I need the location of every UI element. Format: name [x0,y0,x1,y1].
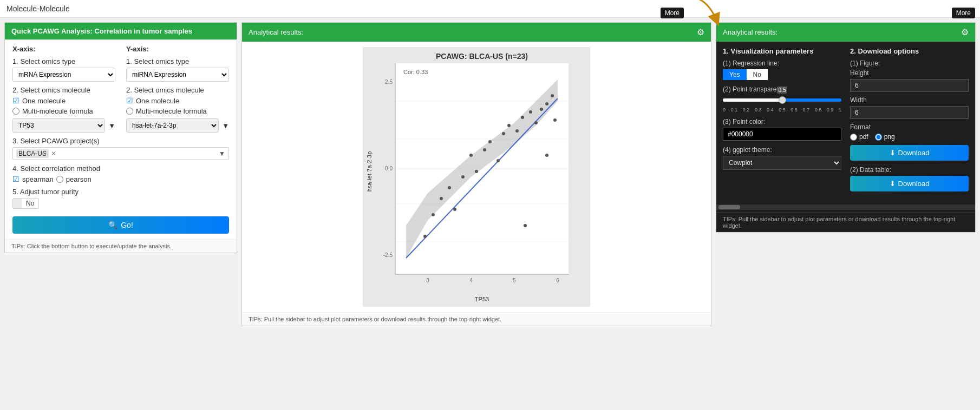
svg-point-35 [529,110,532,114]
middle-header-title: Analytical results: [249,28,303,36]
pdf-option[interactable]: pdf [850,133,868,141]
regression-no-btn[interactable]: No [747,69,768,80]
middle-settings-btn[interactable]: ⚙ [697,27,704,37]
y-step2-label: 2. Select omics molecule [126,86,229,94]
width-input[interactable] [850,106,969,119]
y-step1-label: 1. Select omics type [126,57,229,65]
point-transparent-slider[interactable]: 0.5 00.10.20.30.40.50.60.70.80.91 [723,95,841,113]
project-input[interactable] [57,150,219,157]
y-molecule-select[interactable]: hsa-let-7a-2-3p [126,118,219,133]
format-row: pdf png [850,133,969,141]
y-multi-molecule-item[interactable]: Multi-molecule formula [126,107,229,115]
y-axis-col: Y-axis: 1. Select omics type miRNA Expre… [126,45,229,133]
right-panel-header: Analytical results: ⚙ [716,23,975,42]
x-axis-col: X-axis: 1. Select omics type mRNA Expres… [12,45,115,133]
right-panel: More Analytical results: ⚙ 1. Visualizat… [716,22,976,233]
svg-text:Cor: 0.33: Cor: 0.33 [403,69,428,75]
slider-track[interactable]: 0.5 [723,95,841,105]
pearson-label: pearson [66,175,92,183]
plot-area: PCAWG: BLCA-US (n=23) Cor: 0.33 hsa-let-… [242,42,711,312]
x-one-molecule-check: ☑ [12,96,19,105]
scrollbar-area[interactable] [716,204,975,210]
x-molecule-select[interactable]: TP53 [12,118,105,133]
svg-point-32 [507,124,511,127]
download-table-icon: ⬇ [890,180,896,188]
right-panel-footer: TIPs: Pull the sidebar to adjust plot pa… [716,212,975,232]
main-layout: Quick PCAWG Analysis: Correlation in tum… [0,18,980,330]
x-multi-molecule-item[interactable]: Multi-molecule formula [12,107,115,115]
y-one-molecule-item[interactable]: ☑ One molecule [126,96,229,105]
y-molecule-row: hsa-let-7a-2-3p ▼ [126,118,229,133]
svg-point-22 [440,197,443,200]
y-omics-select[interactable]: miRNA Expression mRNA Expression Protein… [126,68,229,82]
app-title: Molecule-Molecule [0,0,980,18]
svg-text:0.0: 0.0 [385,166,393,171]
right-panel-body: 1. Visualization parameters (1) Regressi… [716,42,975,202]
svg-point-26 [469,154,473,157]
svg-text:PCAWG: BLCA-US (n=23): PCAWG: BLCA-US (n=23) [436,52,528,61]
pdf-radio[interactable] [850,134,857,141]
purity-switch[interactable]: No [12,198,39,209]
regression-yes-btn[interactable]: Yes [723,69,747,80]
step3-label: 3. Select PCAWG project(s) [12,137,229,145]
x-axis-label: X-axis: [12,45,115,53]
purity-no-label[interactable]: No [22,199,38,208]
purity-off-left[interactable] [13,199,22,208]
svg-point-42 [545,154,548,157]
project-dropdown-btn[interactable]: ▼ [219,150,225,157]
svg-point-34 [521,116,524,119]
png-option[interactable]: png [875,133,895,141]
ggplot-theme-label: (4) ggplot theme: [723,146,841,154]
right-header-title: Analytical results: [723,28,778,36]
pearson-radio[interactable] [56,176,63,183]
step4-label: 4. Select correlation method [12,164,229,173]
dl-section-title: 2. Download options [850,47,969,55]
go-button[interactable]: 🔍 Go! [12,216,229,234]
download-figure-btn[interactable]: ⬇ Download [850,145,969,161]
x-multi-molecule-radio[interactable] [12,108,19,115]
svg-text:2.5: 2.5 [385,79,393,85]
spearman-item[interactable]: ☑ spearman pearson [12,175,229,183]
correlation-method-group: ☑ spearman pearson [12,175,229,183]
ggplot-theme-select[interactable]: Cowplot Classic Gray Dark Minimal [723,156,841,170]
x-molecule-arrow: ▼ [108,122,115,130]
middle-panel: More Analytical results: ⚙ PCAWG: BLCA-U… [241,22,711,326]
project-remove-btn[interactable]: ✕ [51,150,56,157]
project-tag: BLCA-US [16,149,49,158]
arrow-indicator [673,0,727,28]
point-color-label: (3) Point color: [723,118,841,125]
x-one-molecule-item[interactable]: ☑ One molecule [12,96,115,105]
y-one-molecule-check: ☑ [126,96,133,105]
tumor-purity-toggle: No [12,198,229,209]
x-molecule-type-group: ☑ One molecule Multi-molecule formula [12,96,115,115]
svg-point-20 [423,235,427,238]
x-omics-select[interactable]: mRNA Expression miRNA Expression Protein… [12,68,115,82]
axis-columns: X-axis: 1. Select omics type mRNA Expres… [12,45,229,133]
y-multi-molecule-label: Multi-molecule formula [136,107,207,115]
svg-point-27 [475,170,478,173]
download-table-btn[interactable]: ⬇ Download [850,176,969,191]
svg-point-21 [432,213,435,216]
svg-text:5: 5 [513,277,516,283]
png-radio[interactable] [875,134,882,141]
x-multi-molecule-label: Multi-molecule formula [22,107,93,115]
middle-panel-header: Analytical results: ⚙ [242,23,711,42]
point-color-input[interactable] [723,128,841,141]
right-settings-btn[interactable]: ⚙ [961,27,969,37]
y-multi-molecule-radio[interactable] [126,108,133,115]
height-input[interactable] [850,79,969,92]
height-label: Height [850,69,969,77]
svg-text:-2.5: -2.5 [383,252,393,258]
left-panel: Quick PCAWG Analysis: Correlation in tum… [4,22,237,253]
svg-point-33 [515,129,519,133]
regression-label: (1) Regression line: [723,59,841,67]
svg-point-39 [551,94,554,97]
dl-col: 2. Download options (1) Figure: Height W… [850,47,969,197]
vis-section-title: 1. Visualization parameters [723,47,841,55]
left-panel-header: Quick PCAWG Analysis: Correlation in tum… [5,23,237,39]
project-select-row[interactable]: BLCA-US ✕ ▼ [12,147,229,160]
data-table-label: (2) Data table: [850,166,969,174]
slider-thumb[interactable] [779,96,786,104]
scrollbar-thumb[interactable] [718,205,740,209]
slider-value-label: 0.5 [777,87,788,94]
